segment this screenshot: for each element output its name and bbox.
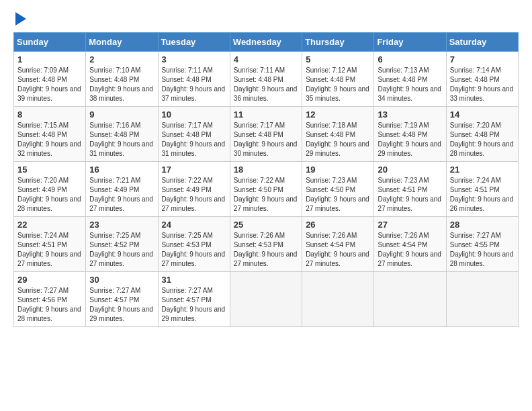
day-number: 12 bbox=[306, 109, 370, 120]
calendar-header: SundayMondayTuesdayWednesdayThursdayFrid… bbox=[14, 33, 519, 52]
day-number: 24 bbox=[162, 220, 226, 230]
logo-flag-icon bbox=[15, 12, 26, 26]
day-info: Sunrise: 7:13 AMSunset: 4:48 PMDaylight:… bbox=[378, 66, 442, 103]
day-info: Sunrise: 7:27 AMSunset: 4:55 PMDaylight:… bbox=[450, 231, 515, 269]
day-number: 6 bbox=[378, 54, 442, 64]
day-info: Sunrise: 7:22 AMSunset: 4:50 PMDaylight:… bbox=[234, 176, 298, 214]
day-info: Sunrise: 7:21 AMSunset: 4:49 PMDaylight:… bbox=[89, 176, 154, 214]
day-number: 1 bbox=[17, 54, 82, 64]
calendar-cell: 9Sunrise: 7:16 AMSunset: 4:48 PMDaylight… bbox=[86, 107, 158, 162]
calendar-cell: 3Sunrise: 7:11 AMSunset: 4:48 PMDaylight… bbox=[158, 52, 230, 107]
day-info: Sunrise: 7:27 AMSunset: 4:57 PMDaylight:… bbox=[89, 286, 154, 324]
day-info: Sunrise: 7:18 AMSunset: 4:48 PMDaylight:… bbox=[306, 121, 370, 158]
day-info: Sunrise: 7:25 AMSunset: 4:52 PMDaylight:… bbox=[89, 231, 154, 269]
calendar-cell: 13Sunrise: 7:19 AMSunset: 4:48 PMDayligh… bbox=[374, 107, 446, 162]
day-info: Sunrise: 7:17 AMSunset: 4:48 PMDaylight:… bbox=[162, 121, 226, 158]
day-number: 31 bbox=[162, 275, 226, 285]
day-info: Sunrise: 7:26 AMSunset: 4:54 PMDaylight:… bbox=[306, 231, 370, 269]
day-number: 2 bbox=[89, 54, 154, 64]
day-info: Sunrise: 7:24 AMSunset: 4:51 PMDaylight:… bbox=[17, 231, 82, 269]
day-info: Sunrise: 7:17 AMSunset: 4:48 PMDaylight:… bbox=[234, 121, 298, 158]
day-info: Sunrise: 7:26 AMSunset: 4:53 PMDaylight:… bbox=[234, 231, 298, 269]
day-number: 30 bbox=[89, 275, 154, 285]
weekday-header-tuesday: Tuesday bbox=[158, 33, 230, 52]
day-number: 5 bbox=[306, 54, 370, 64]
calendar-cell: 30Sunrise: 7:27 AMSunset: 4:57 PMDayligh… bbox=[86, 272, 158, 327]
calendar-cell: 17Sunrise: 7:22 AMSunset: 4:49 PMDayligh… bbox=[158, 162, 230, 217]
calendar-cell: 7Sunrise: 7:14 AMSunset: 4:48 PMDaylight… bbox=[446, 52, 518, 107]
weekday-header-thursday: Thursday bbox=[302, 33, 374, 52]
day-info: Sunrise: 7:12 AMSunset: 4:48 PMDaylight:… bbox=[306, 66, 370, 103]
calendar-week-2: 8Sunrise: 7:15 AMSunset: 4:48 PMDaylight… bbox=[14, 107, 519, 162]
day-number: 20 bbox=[378, 165, 442, 175]
calendar-cell: 21Sunrise: 7:24 AMSunset: 4:51 PMDayligh… bbox=[446, 162, 518, 217]
day-info: Sunrise: 7:23 AMSunset: 4:51 PMDaylight:… bbox=[378, 176, 442, 214]
day-info: Sunrise: 7:11 AMSunset: 4:48 PMDaylight:… bbox=[234, 66, 298, 103]
day-number: 18 bbox=[234, 165, 298, 175]
day-info: Sunrise: 7:26 AMSunset: 4:54 PMDaylight:… bbox=[378, 231, 442, 269]
calendar-cell: 2Sunrise: 7:10 AMSunset: 4:48 PMDaylight… bbox=[86, 52, 158, 107]
calendar-cell: 4Sunrise: 7:11 AMSunset: 4:48 PMDaylight… bbox=[230, 52, 302, 107]
day-info: Sunrise: 7:16 AMSunset: 4:48 PMDaylight:… bbox=[89, 121, 154, 158]
calendar-cell: 10Sunrise: 7:17 AMSunset: 4:48 PMDayligh… bbox=[158, 107, 230, 162]
day-info: Sunrise: 7:27 AMSunset: 4:56 PMDaylight:… bbox=[17, 286, 82, 324]
day-number: 29 bbox=[17, 275, 82, 285]
calendar-table: SundayMondayTuesdayWednesdayThursdayFrid… bbox=[13, 32, 519, 327]
day-number: 11 bbox=[234, 109, 298, 120]
calendar-cell: 22Sunrise: 7:24 AMSunset: 4:51 PMDayligh… bbox=[14, 217, 86, 272]
calendar-cell: 27Sunrise: 7:26 AMSunset: 4:54 PMDayligh… bbox=[374, 217, 446, 272]
day-number: 15 bbox=[17, 165, 82, 175]
calendar-cell: 20Sunrise: 7:23 AMSunset: 4:51 PMDayligh… bbox=[374, 162, 446, 217]
calendar-cell: 29Sunrise: 7:27 AMSunset: 4:56 PMDayligh… bbox=[14, 272, 86, 327]
day-number: 4 bbox=[234, 54, 298, 64]
day-number: 16 bbox=[89, 165, 154, 175]
weekday-header-sunday: Sunday bbox=[14, 33, 86, 52]
day-info: Sunrise: 7:20 AMSunset: 4:48 PMDaylight:… bbox=[450, 121, 515, 158]
day-number: 22 bbox=[17, 220, 82, 230]
day-number: 13 bbox=[378, 109, 442, 120]
day-number: 8 bbox=[17, 109, 82, 120]
day-info: Sunrise: 7:14 AMSunset: 4:48 PMDaylight:… bbox=[450, 66, 515, 103]
calendar-cell: 1Sunrise: 7:09 AMSunset: 4:48 PMDaylight… bbox=[14, 52, 86, 107]
day-info: Sunrise: 7:10 AMSunset: 4:48 PMDaylight:… bbox=[89, 66, 154, 103]
day-info: Sunrise: 7:22 AMSunset: 4:49 PMDaylight:… bbox=[162, 176, 226, 214]
calendar-cell bbox=[374, 272, 446, 327]
weekday-header-saturday: Saturday bbox=[446, 33, 518, 52]
calendar-cell: 24Sunrise: 7:25 AMSunset: 4:53 PMDayligh… bbox=[158, 217, 230, 272]
calendar-week-1: 1Sunrise: 7:09 AMSunset: 4:48 PMDaylight… bbox=[14, 52, 519, 107]
svg-marker-0 bbox=[15, 12, 26, 26]
calendar-cell bbox=[302, 272, 374, 327]
logo bbox=[13, 13, 26, 26]
weekday-header-friday: Friday bbox=[374, 33, 446, 52]
day-number: 28 bbox=[450, 220, 515, 230]
weekday-header-monday: Monday bbox=[86, 33, 158, 52]
day-info: Sunrise: 7:20 AMSunset: 4:49 PMDaylight:… bbox=[17, 176, 82, 214]
calendar-cell bbox=[446, 272, 518, 327]
day-info: Sunrise: 7:11 AMSunset: 4:48 PMDaylight:… bbox=[162, 66, 226, 103]
day-info: Sunrise: 7:09 AMSunset: 4:48 PMDaylight:… bbox=[17, 66, 82, 103]
calendar-cell: 15Sunrise: 7:20 AMSunset: 4:49 PMDayligh… bbox=[14, 162, 86, 217]
day-info: Sunrise: 7:24 AMSunset: 4:51 PMDaylight:… bbox=[450, 176, 515, 214]
weekday-header-wednesday: Wednesday bbox=[230, 33, 302, 52]
calendar-cell bbox=[230, 272, 302, 327]
day-info: Sunrise: 7:23 AMSunset: 4:50 PMDaylight:… bbox=[306, 176, 370, 214]
day-number: 26 bbox=[306, 220, 370, 230]
day-info: Sunrise: 7:19 AMSunset: 4:48 PMDaylight:… bbox=[378, 121, 442, 158]
calendar-cell: 6Sunrise: 7:13 AMSunset: 4:48 PMDaylight… bbox=[374, 52, 446, 107]
day-number: 10 bbox=[162, 109, 226, 120]
calendar-cell: 5Sunrise: 7:12 AMSunset: 4:48 PMDaylight… bbox=[302, 52, 374, 107]
day-number: 7 bbox=[450, 54, 515, 64]
calendar-cell: 31Sunrise: 7:27 AMSunset: 4:57 PMDayligh… bbox=[158, 272, 230, 327]
day-number: 21 bbox=[450, 165, 515, 175]
calendar-cell: 8Sunrise: 7:15 AMSunset: 4:48 PMDaylight… bbox=[14, 107, 86, 162]
calendar-cell: 19Sunrise: 7:23 AMSunset: 4:50 PMDayligh… bbox=[302, 162, 374, 217]
calendar-cell: 25Sunrise: 7:26 AMSunset: 4:53 PMDayligh… bbox=[230, 217, 302, 272]
day-number: 14 bbox=[450, 109, 515, 120]
day-info: Sunrise: 7:27 AMSunset: 4:57 PMDaylight:… bbox=[162, 286, 226, 324]
day-number: 9 bbox=[89, 109, 154, 120]
day-info: Sunrise: 7:25 AMSunset: 4:53 PMDaylight:… bbox=[162, 231, 226, 269]
calendar-cell: 16Sunrise: 7:21 AMSunset: 4:49 PMDayligh… bbox=[86, 162, 158, 217]
day-number: 17 bbox=[162, 165, 226, 175]
calendar-week-4: 22Sunrise: 7:24 AMSunset: 4:51 PMDayligh… bbox=[14, 217, 519, 272]
day-number: 19 bbox=[306, 165, 370, 175]
